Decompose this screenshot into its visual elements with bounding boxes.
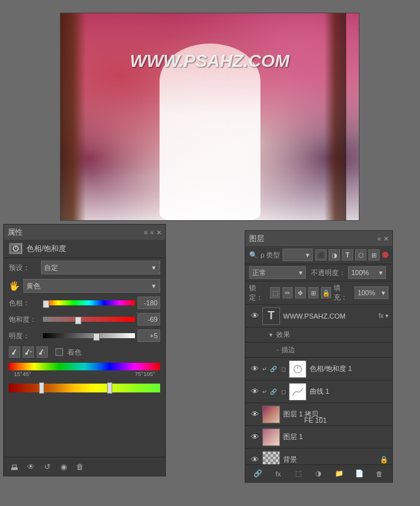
layer-fx-text: fx ▾ — [378, 312, 388, 319]
layer-visibility-hue[interactable]: 👁 — [249, 363, 260, 375]
filter-pixel-icon[interactable]: ⬛ — [315, 249, 327, 261]
new-group-btn[interactable]: 📁 — [332, 467, 346, 481]
new-adjustment-btn[interactable]: ◑ — [312, 467, 325, 481]
layer-name-copy: 图层 1 拷贝_ — [283, 409, 388, 419]
preset-select[interactable]: 自定 ▾ — [41, 261, 160, 274]
layer-item-layer1[interactable]: 👁 图层 1 — [245, 426, 392, 449]
layer-visibility-curves[interactable]: 👁 — [249, 386, 260, 397]
svg-text:+: + — [30, 350, 32, 354]
layer-thumbnail-copy — [262, 406, 280, 423]
lock-all-btn[interactable]: 🔒 — [321, 287, 331, 298]
lightness-track — [43, 333, 135, 338]
preset-row: 预设： 自定 ▾ — [4, 258, 165, 277]
lightness-slider[interactable] — [43, 332, 135, 339]
effects-expand-icon: ▼ — [268, 332, 274, 338]
new-layer-btn[interactable]: 📄 — [353, 467, 366, 481]
lock-transparent-btn[interactable]: ⬚ — [270, 287, 280, 298]
saturation-value[interactable]: -69 — [137, 313, 160, 326]
filter-adjust-icon[interactable]: ◑ — [329, 249, 340, 261]
layer-item-text[interactable]: 👁 T WWW.PSAHZ.COM fx ▾ — [245, 305, 392, 327]
filter-type-icon[interactable]: T — [342, 249, 353, 261]
reset-btn[interactable]: ↺ — [40, 460, 54, 474]
hue-slider[interactable] — [43, 299, 135, 307]
opacity-value[interactable]: 100% ▾ — [348, 266, 386, 279]
lock-position-btn[interactable]: ✥ — [295, 287, 305, 298]
add-mask-btn[interactable]: ⬚ — [291, 467, 305, 481]
saturation-row: 饱和度： -69 — [4, 311, 165, 327]
preset-label: 预设： — [9, 263, 37, 273]
lightness-thumb[interactable] — [93, 333, 100, 341]
layer-mask-curves: ◻ — [279, 387, 288, 396]
hand-icon: 🖐 — [9, 281, 20, 291]
layer-visibility-copy[interactable]: 👁 — [249, 409, 260, 420]
layers-collapse-left[interactable]: « — [377, 235, 381, 242]
eyedropper-icon[interactable] — [9, 346, 20, 358]
layer-visibility-text[interactable]: 👁 — [249, 310, 260, 322]
properties-close-btn[interactable]: ✕ — [156, 229, 161, 236]
add-style-btn[interactable]: fx — [271, 467, 285, 481]
fill-value[interactable]: 100% ▾ — [354, 286, 388, 299]
layers-title-buttons: « ✕ — [377, 235, 388, 242]
color-range-row: 15° 45° 75° 105° — [4, 360, 165, 380]
hue-label: 色相： — [9, 298, 40, 308]
properties-collapse-btn[interactable]: ≡ — [144, 229, 148, 236]
layers-filter-row: 🔍 ρ 类型 ▾ ⬛ ◑ T ⬡ ⊞ — [245, 246, 392, 264]
colorize-row: + - 着色 — [4, 344, 165, 360]
channel-select[interactable]: 黄色 ▾ — [23, 279, 160, 293]
layer-type-icon-text: T — [262, 307, 280, 325]
eyedropper-minus-icon[interactable]: - — [37, 346, 48, 358]
properties-header: 色相/饱和度 — [4, 240, 165, 258]
saturation-thumb[interactable] — [75, 317, 81, 324]
tool-icons: + - — [9, 346, 48, 358]
layer-name-hue: 色相/饱和度 1 — [310, 364, 388, 374]
lightness-value[interactable]: +5 — [137, 329, 160, 342]
toggle-visibility-btn[interactable]: ◉ — [57, 460, 71, 474]
lightness-row: 明度： +5 — [4, 327, 165, 344]
blend-mode-select[interactable]: 正常 ▾ — [249, 266, 306, 279]
delete-btn[interactable]: 🗑 — [73, 460, 87, 474]
layers-close-btn[interactable]: ✕ — [383, 235, 388, 242]
layer-item-hue[interactable]: 👁 ↵ 🔗 ◻ 色相/饱和度 1 — [245, 358, 392, 380]
layer-thumbnail-hue — [289, 360, 306, 378]
gradient-handle-left[interactable] — [39, 382, 44, 394]
clip-to-layer-btn[interactable] — [8, 460, 21, 474]
layer-visibility-background[interactable]: 👁 — [249, 454, 260, 466]
colorize-checkbox[interactable] — [55, 348, 63, 356]
properties-close-arrow[interactable]: « — [150, 229, 154, 236]
layer-name-text: WWW.PSAHZ.COM — [283, 312, 376, 320]
colorize-label: 着色 — [67, 348, 81, 357]
hue-saturation-icon — [9, 243, 23, 254]
layers-panel: 图层 « ✕ 🔍 ρ 类型 ▾ ⬛ ◑ T ⬡ ⊞ 正常 ▾ 不透明度： 100… — [245, 230, 393, 483]
gradient-strip-row — [4, 381, 165, 395]
filter-label: ρ 类型 — [260, 250, 280, 260]
tree-right — [324, 13, 346, 220]
lock-pixels-btn[interactable]: ✏ — [283, 287, 293, 298]
filter-smart-icon[interactable]: ⊞ — [368, 249, 380, 261]
hue-thumb[interactable] — [43, 300, 49, 308]
lock-artboard-btn[interactable]: ⊞ — [308, 287, 318, 298]
saturation-slider[interactable] — [43, 315, 135, 323]
filter-shape-icon[interactable]: ⬡ — [355, 249, 366, 261]
svg-rect-5 — [12, 353, 15, 355]
layer-visibility-layer1[interactable]: 👁 — [249, 432, 260, 443]
canvas-image: WWW.PSAHZ.COM — [61, 13, 359, 220]
layer-name-background: 背景 — [283, 455, 380, 464]
properties-header-title: 色相/饱和度 — [26, 244, 66, 254]
tree-left — [61, 13, 86, 220]
gradient-handle-right[interactable] — [107, 382, 112, 394]
svg-rect-10 — [39, 353, 42, 355]
layer-sub-effects[interactable]: ▼ 效果 — [245, 327, 392, 343]
fe-label: FE 101 — [305, 416, 327, 424]
filter-select[interactable]: ▾ — [283, 249, 313, 261]
layer-thumbnail-layer1 — [262, 428, 280, 446]
color-range-markers: 15° 45° 75° 105° — [9, 371, 160, 377]
view-previous-btn[interactable]: 👁 — [24, 460, 38, 474]
hue-row: 色相： -180 — [4, 295, 165, 311]
delete-layer-btn[interactable]: 🗑 — [373, 467, 387, 481]
layer-item-curves[interactable]: 👁 ↵ 🔗 ◻ 曲线 1 — [245, 380, 392, 403]
saturation-label: 饱和度： — [9, 315, 40, 324]
eyedropper-plus-icon[interactable]: + — [23, 346, 34, 358]
hue-value[interactable]: -180 — [137, 297, 160, 309]
link-layers-btn[interactable]: 🔗 — [251, 467, 265, 481]
layer-sub-stroke[interactable]: ◦ 描边 — [245, 343, 392, 358]
